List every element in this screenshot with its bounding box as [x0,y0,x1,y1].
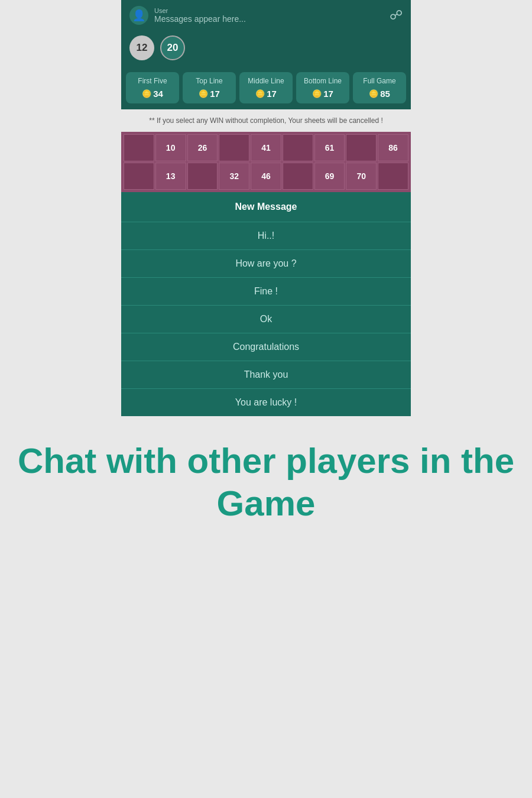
card-full-game[interactable]: Full Game 🪙 85 [353,72,406,103]
card-title-middle-line: Middle Line [248,77,284,86]
card-bottom-line[interactable]: Bottom Line 🪙 17 [296,72,349,103]
coin-icon-3: 🪙 [255,89,265,98]
card-top-line[interactable]: Top Line 🪙 17 [183,72,236,103]
bingo-cell: 61 [314,134,345,161]
score-value-1: 34 [153,89,163,99]
card-first-five[interactable]: First Five 🪙 34 [126,72,179,103]
score-badge-2: 20 [160,35,185,60]
score-value-2: 17 [210,89,220,99]
message-option-thank-you[interactable]: Thank you [121,361,411,388]
message-option-ok[interactable]: Ok [121,305,411,333]
bingo-cell [219,134,249,161]
coin-icon-4: 🪙 [312,89,322,98]
new-message-section: New Message Hi..! How are you ? Fine ! O… [121,192,411,416]
bottom-promo-text: Chat with other players in the Game [0,416,532,543]
user-label: User [154,7,246,14]
bingo-cell: 46 [251,163,281,190]
coin-icon-5: 🪙 [369,89,378,98]
score-row: 12 20 [121,31,411,69]
message-placeholder: Messages appear here... [154,14,246,24]
bingo-cell [124,163,154,190]
card-title-bottom-line: Bottom Line [304,77,342,86]
card-score-bottom-line: 🪙 17 [312,89,333,99]
message-option-hi[interactable]: Hi..! [121,222,411,249]
message-option-lucky[interactable]: You are lucky ! [121,388,411,416]
card-title-top-line: Top Line [196,77,222,86]
header-text: User Messages appear here... [154,7,246,24]
message-option-fine[interactable]: Fine ! [121,277,411,305]
message-option-congratulations[interactable]: Congratulations [121,333,411,361]
coin-icon-1: 🪙 [142,89,151,98]
bingo-cell [283,134,313,161]
card-middle-line[interactable]: Middle Line 🪙 17 [239,72,293,103]
bingo-cell [346,134,377,161]
bingo-cell: 69 [314,163,345,190]
score-badge-1: 12 [129,35,154,60]
score-value-4: 17 [323,89,333,99]
cards-row: First Five 🪙 34 Top Line 🪙 17 Middle Lin… [121,69,411,109]
header: 👤 User Messages appear here... ☍ [121,0,411,31]
bingo-cell [283,163,313,190]
card-score-middle-line: 🪙 17 [255,89,277,99]
chat-icon[interactable]: ☍ [390,8,403,23]
bingo-grid: 10 26 41 61 86 13 32 46 69 70 [121,132,411,192]
bingo-cell: 26 [187,134,218,161]
header-left: 👤 User Messages appear here... [129,6,246,25]
bingo-cell: 13 [155,163,186,190]
user-avatar-icon: 👤 [129,6,148,25]
bingo-cell: 41 [251,134,281,161]
bingo-cell [187,163,218,190]
bingo-cell: 32 [219,163,249,190]
bingo-cell [124,134,154,161]
bingo-cell [378,163,408,190]
bingo-cell: 10 [155,134,186,161]
bingo-cell: 70 [346,163,377,190]
score-value-3: 17 [267,89,277,99]
card-title-first-five: First Five [138,77,167,86]
card-score-first-five: 🪙 34 [142,89,163,99]
card-score-full-game: 🪙 85 [369,89,390,99]
message-option-how-are-you[interactable]: How are you ? [121,249,411,277]
bingo-cell: 86 [378,134,408,161]
warning-text: ** If you select any WIN without complet… [129,115,403,126]
warning-section: ** If you select any WIN without complet… [121,109,411,132]
card-title-full-game: Full Game [363,77,395,86]
score-value-5: 85 [380,89,390,99]
coin-icon-2: 🪙 [199,89,208,98]
card-score-top-line: 🪙 17 [199,89,220,99]
new-message-title: New Message [121,202,411,222]
